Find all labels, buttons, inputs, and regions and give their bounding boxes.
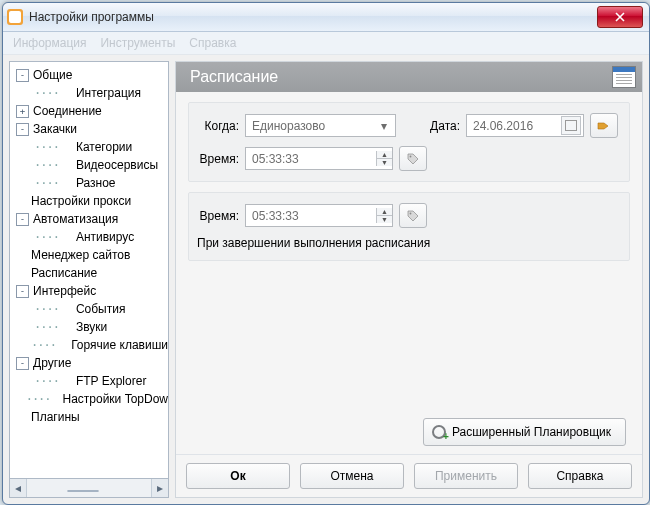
- tag-icon: [406, 152, 420, 166]
- expand-icon[interactable]: +: [16, 105, 29, 118]
- button-bar: Ок Отмена Применить Справка: [176, 454, 642, 497]
- on-complete-label: При завершении выполнения расписания: [197, 236, 621, 250]
- tree-node[interactable]: ····Категории: [10, 138, 168, 156]
- form-area: Когда: Единоразово ▾ Дата: 24.06.2016: [176, 92, 642, 454]
- collapse-icon[interactable]: -: [16, 123, 29, 136]
- spin-up-icon[interactable]: ▲: [376, 151, 392, 159]
- help-button[interactable]: Справка: [528, 463, 632, 489]
- time1-value: 05:33:33: [252, 152, 299, 166]
- time2-label: Время:: [197, 209, 239, 223]
- tree-node[interactable]: -Интерфейс: [10, 282, 168, 300]
- tree-node-label: Интерфейс: [33, 284, 96, 298]
- when-value: Единоразово: [252, 119, 325, 133]
- tree-node[interactable]: Менеджер сайтов: [10, 246, 168, 264]
- tree-node-label: Закачки: [33, 122, 77, 136]
- time2-action-button[interactable]: [399, 203, 427, 228]
- tree-node[interactable]: ····Звуки: [10, 318, 168, 336]
- time1-label: Время:: [197, 152, 239, 166]
- time1-action-button[interactable]: [399, 146, 427, 171]
- tree-node-label: Горячие клавиши: [71, 338, 168, 352]
- tree-node[interactable]: ····Видеосервисы: [10, 156, 168, 174]
- trigger-group: Когда: Единоразово ▾ Дата: 24.06.2016: [188, 102, 630, 182]
- when-label: Когда:: [197, 119, 239, 133]
- date-action-button[interactable]: [590, 113, 618, 138]
- tree-node[interactable]: -Общие: [10, 66, 168, 84]
- time2-spinner[interactable]: 05:33:33 ▲▼: [245, 204, 393, 227]
- spin-down-icon[interactable]: ▼: [376, 216, 392, 223]
- scroll-left-arrow[interactable]: ◂: [10, 479, 27, 497]
- date-value: 24.06.2016: [473, 119, 533, 133]
- apply-button[interactable]: Применить: [414, 463, 518, 489]
- horizontal-scrollbar[interactable]: ◂ ▸: [9, 479, 169, 498]
- scroll-right-arrow[interactable]: ▸: [151, 479, 168, 497]
- tree-node-label: Автоматизация: [33, 212, 118, 226]
- main-panel: Расписание Когда: Единоразово ▾ Дата:: [175, 61, 643, 498]
- collapse-icon[interactable]: -: [16, 69, 29, 82]
- tag-arrow-icon: [597, 119, 611, 133]
- tree-node-label: Другие: [33, 356, 71, 370]
- tree-node-label: События: [76, 302, 126, 316]
- tag-icon: [406, 209, 420, 223]
- titlebar[interactable]: Настройки программы: [3, 3, 649, 32]
- tree-node[interactable]: Настройки прокси: [10, 192, 168, 210]
- schedule-icon: [612, 66, 636, 88]
- advanced-scheduler-button[interactable]: Расширенный Планировщик: [423, 418, 626, 446]
- collapse-icon[interactable]: -: [16, 357, 29, 370]
- time2-value: 05:33:33: [252, 209, 299, 223]
- close-button[interactable]: [597, 6, 643, 28]
- tree-node-label: Разное: [76, 176, 116, 190]
- chevron-down-icon: ▾: [376, 118, 392, 134]
- tree-node-label: Категории: [76, 140, 132, 154]
- tree-node-label: Настройки прокси: [31, 194, 131, 208]
- settings-tree[interactable]: -Общие····Интеграция+Соединение-Закачки·…: [9, 61, 169, 479]
- tree-node[interactable]: ····Разное: [10, 174, 168, 192]
- spin-down-icon[interactable]: ▼: [376, 159, 392, 166]
- collapse-icon[interactable]: -: [16, 213, 29, 226]
- content-area: -Общие····Интеграция+Соединение-Закачки·…: [3, 55, 649, 504]
- collapse-icon[interactable]: -: [16, 285, 29, 298]
- tree-node-label: Соединение: [33, 104, 102, 118]
- tree-node-label: Плагины: [31, 410, 80, 424]
- tree-node-label: Интеграция: [76, 86, 141, 100]
- window-title: Настройки программы: [29, 10, 597, 24]
- tree-node-label: Менеджер сайтов: [31, 248, 130, 262]
- background-menu: Информация Инструменты Справка: [3, 32, 649, 55]
- end-group: Время: 05:33:33 ▲▼ При завершении выполн…: [188, 192, 630, 261]
- tree-node[interactable]: ····Антивирус: [10, 228, 168, 246]
- cancel-button[interactable]: Отмена: [300, 463, 404, 489]
- tree-node[interactable]: ····Интеграция: [10, 84, 168, 102]
- tree-node-label: Общие: [33, 68, 72, 82]
- tree-node[interactable]: -Автоматизация: [10, 210, 168, 228]
- date-label: Дата:: [426, 119, 460, 133]
- close-icon: [615, 12, 625, 22]
- tree-node-label: FTP Explorer: [76, 374, 146, 388]
- tree-node-label: Настройки TopDow: [62, 392, 168, 406]
- tree-node-label: Антивирус: [76, 230, 134, 244]
- spin-up-icon[interactable]: ▲: [376, 208, 392, 216]
- tree-node[interactable]: ····FTP Explorer: [10, 372, 168, 390]
- tree-node[interactable]: -Другие: [10, 354, 168, 372]
- svg-point-1: [410, 212, 412, 214]
- tree-node[interactable]: ····События: [10, 300, 168, 318]
- scroll-thumb[interactable]: [67, 490, 99, 492]
- advanced-scheduler-label: Расширенный Планировщик: [452, 425, 611, 439]
- ok-button[interactable]: Ок: [186, 463, 290, 489]
- settings-window: Настройки программы Информация Инструмен…: [2, 2, 650, 505]
- tree-node[interactable]: +Соединение: [10, 102, 168, 120]
- tree-node[interactable]: ····Горячие клавиши: [10, 336, 168, 354]
- tree-node[interactable]: ····Настройки TopDow: [10, 390, 168, 408]
- tree-node[interactable]: Расписание: [10, 264, 168, 282]
- tree-node[interactable]: -Закачки: [10, 120, 168, 138]
- tree-node[interactable]: Плагины: [10, 408, 168, 426]
- tree-pane: -Общие····Интеграция+Соединение-Закачки·…: [9, 61, 169, 498]
- time1-spinner[interactable]: 05:33:33 ▲▼: [245, 147, 393, 170]
- tree-node-label: Видеосервисы: [76, 158, 158, 172]
- calendar-icon: [561, 116, 581, 135]
- tree-node-label: Расписание: [31, 266, 97, 280]
- gear-plus-icon: [432, 425, 446, 439]
- date-picker[interactable]: 24.06.2016: [466, 114, 584, 137]
- tree-node-label: Звуки: [76, 320, 107, 334]
- when-combobox[interactable]: Единоразово ▾: [245, 114, 396, 137]
- app-icon: [7, 9, 23, 25]
- svg-point-0: [410, 155, 412, 157]
